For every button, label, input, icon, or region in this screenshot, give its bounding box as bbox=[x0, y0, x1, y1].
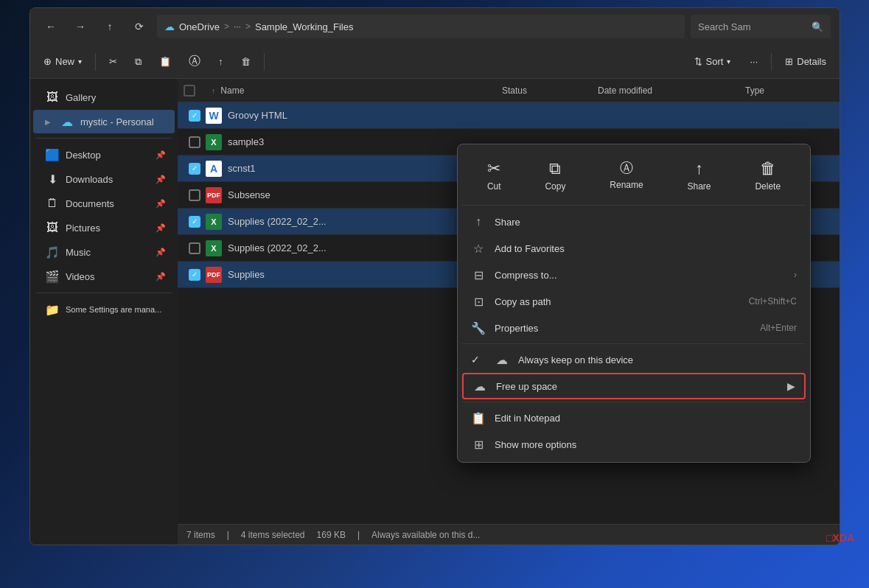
ctx-item-label: Always keep on this device bbox=[518, 354, 797, 365]
pin-icon: 📌 bbox=[156, 272, 166, 281]
toolbar-separator-1 bbox=[95, 53, 96, 71]
back-button[interactable]: ← bbox=[39, 15, 63, 38]
ctx-item-free-up-space[interactable]: ☁ Free up space ▶ bbox=[462, 373, 806, 399]
new-icon: ⊕ bbox=[43, 56, 52, 67]
file-icon-excel2: X bbox=[206, 214, 222, 230]
ctx-item-properties[interactable]: 🔧 Properties Alt+Enter bbox=[462, 315, 806, 341]
ctx-share-icon: ↑ bbox=[695, 159, 703, 178]
more-options-button[interactable]: ··· bbox=[742, 49, 765, 74]
file-icon-excel3: X bbox=[206, 240, 222, 256]
delete-button[interactable]: 🗑 bbox=[234, 49, 258, 74]
ctx-delete-icon: 🗑 bbox=[760, 159, 776, 178]
sidebar-item-label: Videos bbox=[66, 271, 95, 282]
sidebar-item-label: mystic - Personal bbox=[80, 116, 154, 127]
status-bar: 7 items | 4 items selected 169 KB | Alwa… bbox=[178, 524, 840, 545]
sidebar-item-videos[interactable]: 🎬 Videos 📌 bbox=[33, 265, 175, 288]
pin-icon: 📌 bbox=[156, 150, 166, 160]
sidebar-item-downloads[interactable]: ⬇ Downloads 📌 bbox=[33, 167, 175, 191]
pin-icon: 📌 bbox=[156, 223, 166, 233]
ctx-item-compress[interactable]: ⊟ Compress to... › bbox=[462, 262, 806, 288]
pictures-icon: 🖼 bbox=[45, 221, 60, 234]
up-button[interactable]: ↑ bbox=[98, 15, 122, 38]
file-icon-word2: A bbox=[206, 161, 222, 177]
copy-icon: ⧉ bbox=[135, 56, 142, 68]
more-icon: ··· bbox=[750, 56, 758, 67]
ctx-share-label: Share bbox=[688, 181, 711, 192]
col-header-date[interactable]: Date modified bbox=[598, 85, 745, 96]
sidebar-item-gallery[interactable]: 🖼 Gallery bbox=[33, 85, 175, 109]
col-header-status[interactable]: Status bbox=[502, 85, 598, 96]
share-button[interactable]: ↑ bbox=[211, 49, 231, 74]
path-sep2: > bbox=[245, 21, 251, 32]
sidebar-item-some-settings[interactable]: 📁 Some Settings are mana... bbox=[33, 298, 175, 321]
ctx-properties-icon: 🔧 bbox=[471, 321, 486, 335]
search-text: Search Sam bbox=[698, 21, 751, 32]
file-checkbox[interactable] bbox=[184, 216, 206, 228]
file-checkbox[interactable] bbox=[184, 269, 206, 281]
ctx-item-label: Free up space bbox=[496, 381, 778, 392]
ctx-item-add-favorites[interactable]: ☆ Add to Favorites bbox=[462, 235, 806, 262]
select-all-checkbox[interactable] bbox=[184, 85, 206, 97]
file-icon-pdf2: PDF bbox=[206, 267, 222, 283]
file-name: Groovy HTML bbox=[228, 110, 834, 121]
details-button[interactable]: ⊞ Details bbox=[778, 49, 834, 74]
table-row[interactable]: W Groovy HTML bbox=[178, 102, 840, 129]
sidebar-item-label: Desktop bbox=[66, 150, 101, 161]
sidebar-item-documents[interactable]: 🗒 Documents 📌 bbox=[33, 192, 175, 215]
ctx-item-always-keep[interactable]: ✓ ☁ Always keep on this device bbox=[462, 346, 806, 373]
ctx-delete-button[interactable]: 🗑 Delete bbox=[743, 153, 792, 197]
ctx-rename-button[interactable]: Ⓐ Rename bbox=[598, 153, 655, 197]
file-checkbox[interactable] bbox=[184, 189, 206, 201]
path-more[interactable]: ··· bbox=[234, 21, 241, 32]
ctx-delete-label: Delete bbox=[755, 181, 781, 192]
file-checkbox[interactable] bbox=[184, 110, 206, 122]
sidebar-item-mystic-personal[interactable]: ▶ ☁ mystic - Personal bbox=[33, 110, 175, 133]
search-icon: 🔍 bbox=[812, 21, 823, 32]
path-sep1: > bbox=[224, 21, 229, 32]
details-icon: ⊞ bbox=[785, 56, 793, 67]
ctx-rename-label: Rename bbox=[610, 180, 643, 190]
rename-icon: Ⓐ bbox=[189, 54, 200, 69]
sidebar-item-desktop[interactable]: 🟦 Desktop 📌 bbox=[33, 143, 175, 167]
col-header-type[interactable]: Type bbox=[745, 85, 834, 96]
ctx-item-label: Share bbox=[495, 217, 797, 228]
path-current: Sample_Working_Files bbox=[255, 21, 353, 32]
path-bar[interactable]: ☁ OneDrive > ··· > Sample_Working_Files bbox=[157, 15, 685, 38]
ctx-item-edit-notepad[interactable]: 📋 Edit in Notepad bbox=[462, 405, 806, 431]
cut-button[interactable]: ✂ bbox=[102, 49, 125, 74]
ctx-item-label: Edit in Notepad bbox=[495, 413, 797, 424]
new-button[interactable]: ⊕ New ▾ bbox=[36, 49, 89, 74]
ctx-item-label: Copy as path bbox=[495, 296, 740, 307]
ctx-divider-1 bbox=[462, 343, 806, 344]
sort-button[interactable]: ⇅ Sort ▾ bbox=[685, 49, 740, 74]
file-checkbox[interactable] bbox=[184, 136, 206, 148]
ctx-star-icon: ☆ bbox=[471, 242, 486, 256]
context-menu: ✂ Cut ⧉ Copy Ⓐ Rename ↑ Share 🗑 Delete ↑… bbox=[457, 144, 811, 463]
ctx-item-show-more[interactable]: ⊞ Show more options bbox=[462, 431, 806, 458]
copy-button[interactable]: ⧉ bbox=[128, 49, 149, 74]
ctx-share-button[interactable]: ↑ Share bbox=[676, 153, 723, 197]
paste-button[interactable]: 📋 bbox=[152, 49, 178, 74]
file-checkbox[interactable] bbox=[184, 242, 206, 254]
ctx-notepad-icon: 📋 bbox=[471, 411, 486, 425]
ctx-divider-2 bbox=[462, 402, 806, 402]
file-checkbox[interactable] bbox=[184, 163, 206, 175]
ctx-share2-icon: ↑ bbox=[471, 215, 486, 228]
rename-button[interactable]: Ⓐ bbox=[181, 49, 208, 74]
expand-icon: ▶ bbox=[45, 118, 51, 126]
ctx-item-copy-path[interactable]: ⊡ Copy as path Ctrl+Shift+C bbox=[462, 288, 806, 315]
forward-button[interactable]: → bbox=[69, 15, 92, 38]
videos-icon: 🎬 bbox=[45, 270, 60, 284]
search-bar[interactable]: Search Sam 🔍 bbox=[691, 15, 831, 38]
ctx-cloud-icon: ☁ bbox=[495, 353, 509, 367]
ctx-copy-button[interactable]: ⧉ Copy bbox=[533, 153, 577, 197]
ctx-cut-button[interactable]: ✂ Cut bbox=[475, 153, 513, 197]
ctx-path-icon: ⊡ bbox=[471, 295, 486, 309]
sidebar-item-pictures[interactable]: 🖼 Pictures 📌 bbox=[33, 216, 175, 239]
col-header-name[interactable]: ↑ Name bbox=[206, 85, 502, 96]
refresh-button[interactable]: ⟳ bbox=[128, 15, 151, 38]
ctx-item-label: Add to Favorites bbox=[495, 243, 797, 254]
sidebar-item-music[interactable]: 🎵 Music 📌 bbox=[33, 240, 175, 264]
xda-logo: □XDA bbox=[826, 532, 854, 544]
ctx-item-share[interactable]: ↑ Share bbox=[462, 209, 806, 235]
